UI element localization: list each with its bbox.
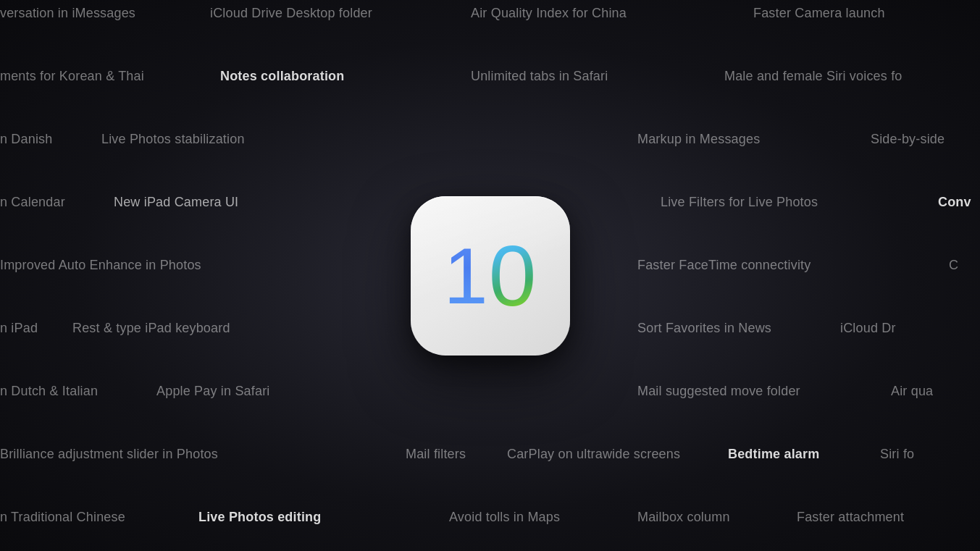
digit-zero: 0 [489,233,537,319]
feature-label: CarPlay on ultrawide screens [507,447,680,462]
feature-label: n Calendar [0,195,65,210]
feature-label: iCloud Dr [840,321,896,336]
feature-label: n iPad [0,321,38,336]
feature-label: Male and female Siri voices fo [724,69,902,84]
feature-label: n Danish [0,132,52,147]
feature-label: Sort Favorites in News [637,321,771,336]
feature-label: Conv [938,195,971,210]
ios-version-number: 1 0 [444,233,537,319]
ios-icon: 1 0 [411,196,570,356]
feature-label: Faster Camera launch [753,6,885,21]
feature-label: Brilliance adjustment slider in Photos [0,447,218,462]
feature-label: Air Quality Index for China [471,6,627,21]
feature-label: versation in iMessages [0,6,135,21]
feature-label: Live Photos stabilization [101,132,245,147]
feature-label: C [949,258,958,273]
feature-label: Side-by-side [871,132,945,147]
feature-label: Live Filters for Live Photos [661,195,818,210]
feature-label: Bedtime alarm [728,447,819,462]
ios-icon-background: 1 0 [411,196,570,356]
feature-label: Apple Pay in Safari [156,384,270,399]
feature-label: Mail filters [406,447,466,462]
feature-label: Faster attachment [797,510,904,525]
feature-label: iCloud Drive Desktop folder [210,6,372,21]
feature-label: Notes collaboration [220,69,344,84]
feature-label: n Traditional Chinese [0,510,125,525]
feature-label: New iPad Camera UI [114,195,238,210]
feature-label: Faster FaceTime connectivity [637,258,811,273]
feature-label: Rest & type iPad keyboard [72,321,230,336]
feature-label: ments for Korean & Thai [0,69,144,84]
feature-label: n Dutch & Italian [0,384,98,399]
feature-label: Air qua [891,384,933,399]
digit-one: 1 [444,236,487,316]
feature-label: Live Photos editing [198,510,321,525]
feature-label: Markup in Messages [637,132,760,147]
feature-label: Mail suggested move folder [637,384,800,399]
feature-label: Mailbox column [637,510,730,525]
feature-label: Siri fo [880,447,914,462]
feature-label: Improved Auto Enhance in Photos [0,258,201,273]
feature-label: Avoid tolls in Maps [449,510,560,525]
feature-label: Unlimited tabs in Safari [471,69,608,84]
